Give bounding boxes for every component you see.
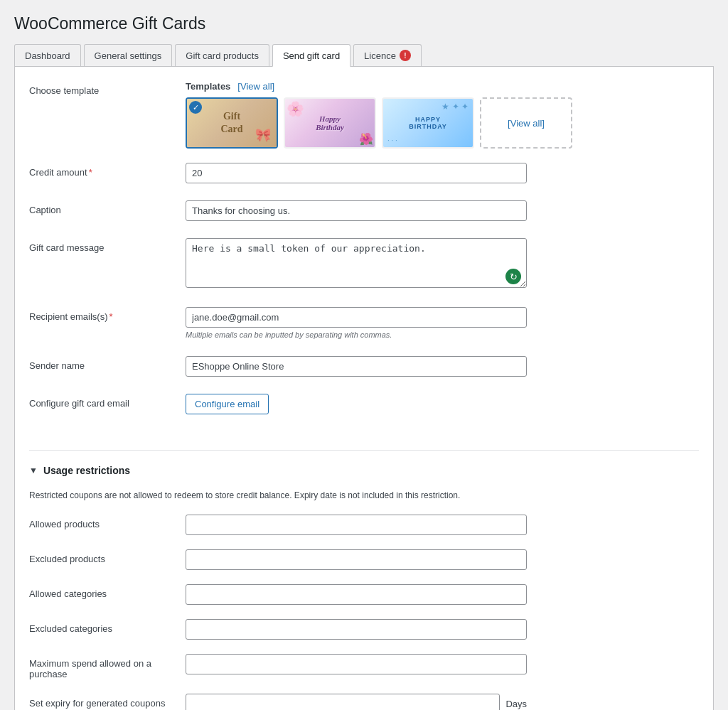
card1-text: GiftCard (220, 110, 242, 136)
caption-label: Caption (29, 200, 186, 215)
page-title: WooCommerce Gift Cards (14, 14, 714, 33)
restrictions-form: Allowed products Excluded products Allow… (29, 512, 699, 710)
credit-amount-label: Credit amount* (29, 163, 186, 178)
card2-text: HappyBirthday (316, 114, 344, 131)
usage-restrictions-header: ▼ Usage restrictions (29, 458, 699, 483)
credit-amount-input[interactable] (186, 163, 527, 183)
template-label: Choose template (29, 81, 186, 96)
template-picker: Templates [View all] ✓ GiftCard 🎀 (186, 81, 699, 149)
excluded-products-input[interactable] (186, 549, 527, 570)
excluded-categories-label: Excluded categories (29, 619, 186, 634)
recipient-emails-field: Multiple emails can be inputted by separ… (186, 307, 527, 339)
tab-dashboard[interactable]: Dashboard (14, 44, 81, 66)
excluded-products-row: Excluded products (29, 547, 699, 573)
sender-name-row: Sender name (29, 353, 699, 380)
tab-general-settings[interactable]: General settings (84, 44, 173, 66)
card1-decoration: 🎀 (255, 127, 271, 143)
caption-row: Caption (29, 198, 699, 224)
allowed-products-input[interactable] (186, 515, 527, 535)
message-textarea[interactable] (186, 238, 527, 288)
max-spend-field (186, 654, 527, 674)
template-view-all-card[interactable]: [View all] (480, 97, 572, 149)
card3-text: HAPPYBIRTHDAY (409, 116, 447, 130)
sender-name-field (186, 356, 527, 377)
expiry-label: Set expiry for generated coupons (29, 694, 186, 709)
form-section: Choose template Templates [View all] ✓ G… (29, 81, 699, 443)
credit-required-star: * (89, 167, 92, 178)
allowed-categories-field (186, 584, 527, 605)
message-row: Gift card message ↻ (29, 235, 699, 293)
template-card-2[interactable]: 🌸 🌺 HappyBirthday (284, 97, 376, 149)
allowed-products-label: Allowed products (29, 515, 186, 529)
nav-tabs: Dashboard General settings Gift card pro… (14, 44, 714, 67)
message-field: ↻ (186, 238, 527, 290)
expiry-input[interactable] (186, 694, 500, 710)
sender-name-input[interactable] (186, 356, 527, 377)
configure-email-label: Configure gift card email (29, 394, 186, 409)
max-spend-label: Maximum spend allowed on a purchase (29, 654, 186, 679)
recipient-emails-row: Recipient emails(s)* Multiple emails can… (29, 304, 699, 342)
content-area: Choose template Templates [View all] ✓ G… (14, 67, 714, 710)
configure-email-row: Configure gift card email Configure emai… (29, 391, 699, 417)
sender-name-label: Sender name (29, 356, 186, 371)
max-spend-input[interactable] (186, 654, 527, 674)
usage-restrictions-title: Usage restrictions (43, 465, 130, 476)
recipient-emails-help: Multiple emails can be inputted by separ… (186, 330, 527, 339)
section-collapse-arrow[interactable]: ▼ (29, 466, 38, 475)
excluded-products-field (186, 549, 527, 570)
template-view-all-link[interactable]: [View all] (237, 81, 274, 92)
excluded-categories-field (186, 619, 527, 640)
refresh-icon[interactable]: ↻ (505, 269, 521, 284)
credit-amount-field (186, 163, 527, 183)
template-card-3[interactable]: ★ ✦ ✦ · · · HAPPYBIRTHDAY (382, 97, 474, 149)
expiry-field: Days (186, 694, 527, 710)
configure-email-button[interactable]: Configure email (186, 394, 269, 414)
card3-dots: · · · (387, 136, 397, 144)
allowed-products-field (186, 515, 527, 535)
recipient-required-star: * (109, 311, 113, 322)
message-label: Gift card message (29, 238, 186, 253)
excluded-categories-row: Excluded categories (29, 616, 699, 642)
restrictions-note: Restricted coupons are not allowed to re… (29, 490, 699, 500)
message-textarea-wrapper: ↻ (186, 238, 527, 290)
recipient-emails-input[interactable] (186, 307, 527, 328)
days-label: Days (505, 699, 527, 709)
card3-stars: ★ ✦ ✦ (441, 102, 469, 112)
configure-email-field: Configure email (186, 394, 527, 414)
template-card-1-check: ✓ (189, 101, 202, 114)
card2-flowers-right: 🌺 (359, 132, 373, 146)
excluded-products-label: Excluded products (29, 549, 186, 564)
expiry-days-row: Days (186, 694, 527, 710)
tab-licence[interactable]: Licence ! (353, 44, 422, 66)
excluded-categories-input[interactable] (186, 619, 527, 640)
allowed-categories-input[interactable] (186, 584, 527, 605)
template-header: Templates [View all] (186, 81, 699, 92)
recipient-emails-label: Recipient emails(s)* (29, 307, 186, 322)
template-row: Choose template Templates [View all] ✓ G… (29, 81, 699, 149)
tab-send-gift-card[interactable]: Send gift card (272, 44, 350, 67)
templates-title: Templates (186, 81, 230, 92)
allowed-categories-label: Allowed categories (29, 584, 186, 599)
caption-input[interactable] (186, 200, 527, 221)
card2-flowers-left: 🌸 (287, 100, 304, 117)
caption-field (186, 200, 527, 221)
credit-amount-row: Credit amount* (29, 160, 699, 186)
template-cards: ✓ GiftCard 🎀 🌸 (186, 97, 699, 149)
allowed-products-row: Allowed products (29, 512, 699, 538)
template-card-1[interactable]: ✓ GiftCard 🎀 (186, 97, 278, 149)
section-divider (29, 450, 699, 451)
expiry-row: Set expiry for generated coupons Days (29, 691, 699, 710)
licence-badge: ! (400, 50, 411, 61)
max-spend-row: Maximum spend allowed on a purchase (29, 651, 699, 682)
tab-gift-card-products[interactable]: Gift card products (175, 44, 269, 66)
allowed-categories-row: Allowed categories (29, 581, 699, 608)
